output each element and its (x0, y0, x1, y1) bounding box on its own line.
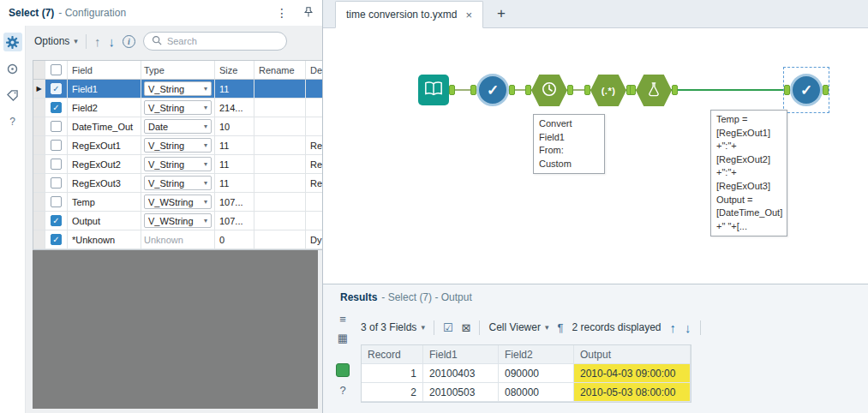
row-handle[interactable] (33, 193, 45, 211)
formula-tool[interactable] (636, 75, 672, 106)
prev-record-button[interactable]: ↑ (670, 321, 677, 334)
input-anchor[interactable] (584, 85, 590, 95)
record-column-header[interactable]: Record (362, 345, 423, 363)
workflow-canvas[interactable]: ✓ (.*) ✓ Convert Field1 From: Custom (323, 28, 868, 284)
field1-column-header[interactable]: Field1 (423, 345, 499, 363)
cancel-box-icon[interactable]: ⊠ (462, 321, 471, 334)
select-tool-7-selected[interactable]: ✓ (790, 74, 823, 106)
field-size-cell: 11 (215, 80, 254, 98)
book-icon (424, 81, 443, 100)
select-tool-1[interactable]: ✓ (476, 74, 509, 106)
type-dropdown[interactable]: V_String▾ (144, 176, 212, 190)
output-anchor[interactable] (509, 85, 515, 95)
annotation-tag-icon[interactable] (3, 86, 22, 105)
field-row[interactable]: RegExOut1V_String▾11Re (33, 136, 322, 155)
type-dropdown[interactable]: V_String▾ (144, 157, 212, 171)
field-checkbox[interactable]: ✓ (51, 83, 62, 94)
type-dropdown[interactable]: V_String▾ (144, 81, 212, 96)
formula-tool-annotation[interactable]: Temp = [RegExOut1] +":"+ [RegExOut2] +":… (710, 110, 787, 236)
grid-view-icon[interactable]: ▦ (338, 332, 348, 344)
whitespace-toggle-icon[interactable]: ¶ (557, 321, 563, 334)
rename-column-header[interactable]: Rename (254, 61, 306, 79)
field-checkbox[interactable]: ✓ (51, 102, 62, 113)
field-size-cell: 0 (215, 230, 254, 248)
help-icon[interactable]: ? (3, 112, 22, 131)
field-row[interactable]: ✓Field2V_String▾214... (33, 99, 322, 117)
field-checkbox[interactable] (51, 140, 62, 151)
alteryx-designer-window: Select (7) - Configuration ⋮ (0, 0, 868, 413)
type-column-header[interactable]: Type (141, 61, 215, 79)
field-row[interactable]: ▶✓Field1V_String▾11 (33, 80, 322, 99)
tab-time-conversion[interactable]: time conversion to.yxmd × (335, 1, 483, 28)
field-rename-cell (254, 212, 306, 230)
output-anchor[interactable] (449, 85, 455, 95)
results-row[interactable]: 2201005030800002010-05-03 08:00:00 (362, 383, 691, 402)
more-options-icon[interactable]: ⋮ (276, 6, 288, 20)
type-dropdown[interactable]: Date▾ (144, 119, 212, 134)
field-checkbox[interactable] (51, 177, 62, 189)
cell-viewer-dropdown[interactable]: Cell Viewer ▾ (488, 321, 548, 333)
fields-dropdown[interactable]: 3 of 3 Fields ▾ (361, 321, 425, 333)
apply-checkbox-icon[interactable]: ☑ (443, 321, 453, 334)
row-handle-header (33, 61, 45, 79)
field-row[interactable]: ✓*UnknownUnknown0Dy (33, 230, 322, 249)
options-button[interactable]: Options ▾ (34, 35, 78, 47)
results-row[interactable]: 1201004030900002010-04-03 09:00:00 (362, 364, 691, 383)
type-dropdown[interactable]: V_String▾ (144, 138, 212, 153)
list-view-icon[interactable]: ≡ (339, 314, 346, 325)
type-dropdown[interactable]: V_WString▾ (144, 213, 212, 228)
row-handle[interactable] (33, 99, 45, 117)
input-anchor[interactable] (525, 85, 531, 95)
row-handle[interactable] (33, 230, 45, 248)
field-checkbox[interactable] (51, 196, 62, 207)
new-tab-button[interactable]: + (497, 5, 506, 22)
regex-icon: (.*) (602, 86, 616, 96)
field-row[interactable]: DateTime_OutDate▾10 (33, 117, 322, 136)
field-row[interactable]: RegExOut3V_String▾11Re (33, 174, 322, 193)
navigation-target-icon[interactable] (3, 59, 22, 78)
next-record-button[interactable]: ↓ (685, 321, 691, 334)
field-checkbox[interactable]: ✓ (51, 234, 62, 245)
select-all-checkbox[interactable] (51, 64, 62, 75)
field-row[interactable]: RegExOut2V_String▾11Re (33, 155, 322, 174)
field-row[interactable]: TempV_WString▾107... (33, 193, 322, 212)
search-box[interactable] (143, 32, 287, 51)
size-column-header[interactable]: Size (215, 61, 254, 79)
search-input[interactable] (167, 36, 278, 46)
close-icon[interactable]: × (465, 9, 472, 21)
input-data-tool[interactable] (418, 75, 449, 105)
type-dropdown[interactable]: V_String▾ (144, 100, 212, 115)
field-column-header[interactable]: Field (68, 61, 141, 79)
description-column-header[interactable]: Description (306, 61, 322, 79)
output-column-header[interactable]: Output (574, 345, 691, 363)
row-handle[interactable] (33, 174, 45, 192)
field-checkbox[interactable] (51, 121, 62, 132)
output-anchor-tile-icon[interactable] (336, 363, 350, 377)
output-anchor[interactable] (567, 85, 573, 95)
pin-icon[interactable] (303, 6, 314, 21)
input-anchor[interactable] (630, 85, 636, 95)
help-icon[interactable]: ? (339, 385, 345, 396)
move-down-button[interactable]: ↓ (108, 35, 115, 48)
row-handle[interactable] (33, 136, 45, 154)
info-icon[interactable]: i (123, 35, 135, 48)
field-type-cell: V_WString▾ (141, 212, 215, 230)
row-handle[interactable] (33, 212, 45, 230)
input-anchor[interactable] (470, 85, 476, 95)
field-row[interactable]: ✓OutputV_WString▾107... (33, 212, 322, 230)
output-anchor[interactable] (672, 85, 678, 95)
results-grid-header: Record Field1 Field2 Output (362, 345, 691, 364)
type-dropdown[interactable]: V_WString▾ (144, 195, 212, 209)
datetime-tool[interactable] (531, 75, 567, 106)
row-handle[interactable] (33, 117, 45, 135)
field-checkbox[interactable]: ✓ (51, 215, 62, 226)
row-handle[interactable]: ▶ (33, 80, 45, 98)
datetime-tool-annotation[interactable]: Convert Field1 From: Custom (533, 114, 605, 174)
field-checkbox[interactable] (51, 159, 62, 170)
row-handle[interactable] (33, 155, 45, 173)
regex-tool[interactable]: (.*) (590, 75, 626, 106)
field-rename-cell (254, 230, 306, 248)
move-up-button[interactable]: ↑ (94, 35, 101, 48)
configuration-gear-icon[interactable] (3, 33, 22, 51)
field2-column-header[interactable]: Field2 (499, 345, 574, 363)
